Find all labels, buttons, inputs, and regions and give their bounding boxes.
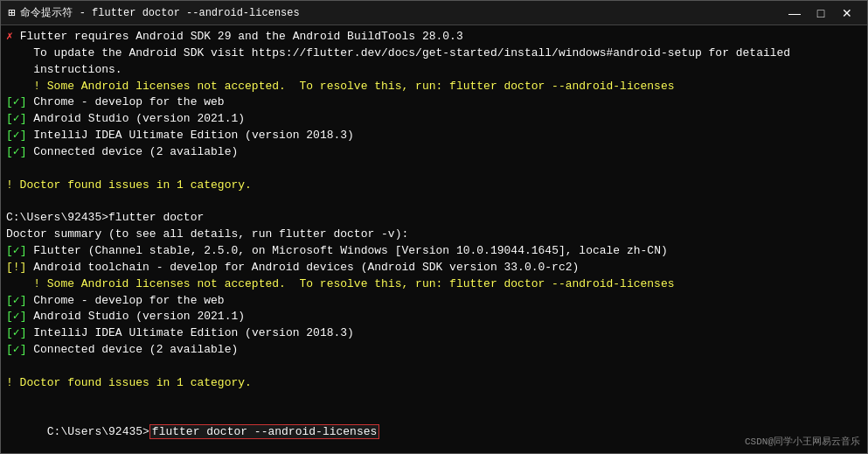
cmd-input[interactable]: flutter doctor --android-licenses — [149, 424, 379, 439]
terminal-line: instructions. — [6, 62, 862, 79]
terminal: ✗ Flutter requires Android SDK 29 and th… — [1, 25, 867, 453]
cmd-highlight-line: C:\Users\92435>flutter doctor --android-… — [6, 408, 862, 453]
terminal-line: ! Doctor found issues in 1 category. — [6, 178, 862, 194]
minimize-button[interactable]: — — [781, 1, 808, 25]
terminal-line: [!] Android toolchain - develop for Andr… — [6, 260, 862, 276]
terminal-line: [✓] Chrome - develop for the web — [6, 94, 862, 111]
title-bar-controls: — □ ✕ — [781, 1, 860, 25]
title-bar-title: 命令提示符 - flutter doctor --android-license… — [20, 5, 781, 20]
terminal-line — [6, 392, 862, 409]
window-icon: ⊞ — [8, 5, 15, 20]
terminal-line — [6, 193, 862, 210]
terminal-line: [✓] Flutter (Channel stable, 2.5.0, on M… — [6, 243, 862, 260]
terminal-line: [✓] IntelliJ IDEA Ultimate Edition (vers… — [6, 128, 862, 144]
terminal-line: C:\Users\92435>flutter doctor — [6, 210, 862, 227]
watermark: CSDN@同学小王网易云音乐 — [745, 436, 860, 450]
terminal-line: [✓] Chrome - develop for the web — [6, 293, 862, 310]
terminal-line: [✓] Connected device (2 available) — [6, 144, 862, 161]
terminal-line: ! Doctor found issues in 1 category. — [6, 375, 862, 392]
terminal-line: Doctor summary (to see all details, run … — [6, 227, 862, 243]
terminal-line: To update the Android SDK visit https://… — [6, 45, 862, 62]
terminal-line — [6, 359, 862, 375]
terminal-line: [✓] Android Studio (version 2021.1) — [6, 111, 862, 128]
terminal-line: [✓] IntelliJ IDEA Ultimate Edition (vers… — [6, 325, 862, 342]
close-button[interactable]: ✕ — [834, 1, 860, 25]
terminal-line: ! Some Android licenses not accepted. To… — [6, 276, 862, 293]
terminal-line: ! Some Android licenses not accepted. To… — [6, 79, 862, 95]
maximize-button[interactable]: □ — [808, 1, 834, 25]
window: ⊞ 命令提示符 - flutter doctor --android-licen… — [0, 0, 868, 454]
terminal-line: [✓] Android Studio (version 2021.1) — [6, 309, 862, 325]
error-icon: ✗ — [6, 30, 13, 43]
title-bar: ⊞ 命令提示符 - flutter doctor --android-licen… — [1, 1, 867, 25]
terminal-line — [6, 161, 862, 178]
terminal-line: [✓] Connected device (2 available) — [6, 342, 862, 359]
cmd-prompt: C:\Users\92435> — [47, 425, 149, 438]
terminal-line: ✗ Flutter requires Android SDK 29 and th… — [6, 29, 862, 45]
